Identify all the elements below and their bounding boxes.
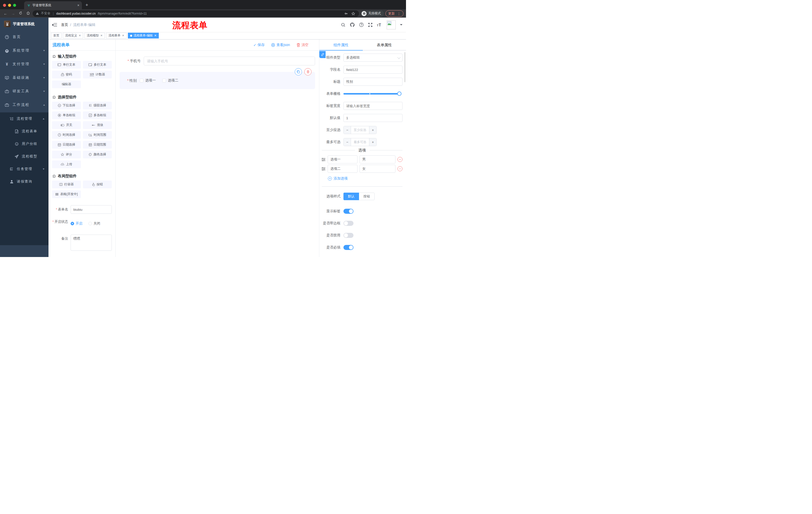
home-icon[interactable] bbox=[25, 11, 31, 16]
palette-item-row-container[interactable]: 行容器 bbox=[52, 181, 81, 188]
show-label-toggle[interactable] bbox=[343, 209, 353, 214]
tag-close-icon[interactable]: ✕ bbox=[79, 34, 81, 37]
palette-item-switch[interactable]: 开关 bbox=[52, 121, 81, 129]
new-tab-button[interactable]: + bbox=[85, 2, 88, 8]
max-select-value[interactable]: 最多可选 bbox=[351, 138, 369, 146]
view-json-button[interactable]: 查看json bbox=[271, 43, 290, 47]
status-off-radio[interactable]: 关闭 bbox=[88, 219, 100, 228]
plus-button[interactable]: + bbox=[369, 126, 376, 134]
github-icon[interactable] bbox=[350, 22, 355, 27]
drag-handle-icon[interactable] bbox=[321, 158, 326, 161]
remove-option-button[interactable]: − bbox=[398, 157, 403, 162]
remove-option-button[interactable]: − bbox=[398, 166, 403, 171]
palette-item-single-text[interactable]: 单行文本 bbox=[52, 61, 81, 69]
palette-item-date-picker[interactable]: 日期选择 bbox=[52, 141, 81, 148]
app-logo-row[interactable]: 🐰 芋道管理系统 bbox=[0, 18, 49, 30]
bookmark-star-icon[interactable] bbox=[351, 12, 355, 15]
palette-item-color-picker[interactable]: 颜色选择 bbox=[83, 151, 112, 158]
tag-process-form-edit[interactable]: 流程表单-编辑✕ bbox=[128, 33, 159, 38]
tag-process-form[interactable]: 流程表单✕ bbox=[106, 33, 126, 38]
form-name-input[interactable] bbox=[70, 205, 112, 214]
palette-item-multi-text[interactable]: 多行文本 bbox=[83, 61, 112, 69]
breadcrumb-home[interactable]: 首页 bbox=[61, 23, 68, 27]
default-value-input[interactable] bbox=[343, 114, 403, 122]
option-value-input[interactable] bbox=[359, 155, 396, 163]
style-button-button[interactable]: 按钮 bbox=[359, 193, 375, 200]
tab-close-icon[interactable]: × bbox=[77, 3, 79, 7]
max-select-stepper[interactable]: − 最多可选 + bbox=[343, 138, 377, 146]
gender-option2-checkbox[interactable]: 选项二 bbox=[162, 78, 178, 83]
min-select-stepper[interactable]: − 至少应选 + bbox=[343, 126, 377, 134]
form-remark-textarea[interactable]: 嘿嘿 bbox=[70, 235, 112, 251]
tab-component-props[interactable]: 组件属性 bbox=[319, 39, 363, 51]
minus-button[interactable]: − bbox=[344, 138, 351, 146]
sidebar-item-devtools[interactable]: 研发工具 ▼ bbox=[0, 84, 49, 98]
sidebar-item-infra[interactable]: 基础设施 ▼ bbox=[0, 71, 49, 84]
palette-item-radio-group[interactable]: 单选框组 bbox=[52, 111, 81, 119]
avatar[interactable] bbox=[387, 20, 396, 29]
browser-update-button[interactable]: 更新 ⋮ bbox=[385, 10, 404, 17]
delete-component-button[interactable] bbox=[304, 68, 312, 76]
window-controls[interactable] bbox=[0, 4, 20, 9]
sidebar-item-payment[interactable]: ¥ 支付管理 ▼ bbox=[0, 57, 49, 71]
field-name-input[interactable] bbox=[343, 65, 403, 74]
reload-icon[interactable] bbox=[18, 11, 24, 16]
style-default-button[interactable]: 默认 bbox=[343, 193, 359, 200]
palette-item-cascader[interactable]: 级联选择 bbox=[83, 102, 112, 109]
address-bar[interactable]: 不安全 | dashboard.yudao.iocoder.cn /bpm/ma… bbox=[33, 10, 359, 17]
plus-button[interactable]: + bbox=[369, 138, 376, 146]
back-icon[interactable]: ← bbox=[2, 11, 8, 16]
sidebar-item-workflow[interactable]: 工作流程 ▲ bbox=[0, 98, 49, 112]
sidebar-item-process-model[interactable]: 流程模型 bbox=[0, 150, 49, 163]
option-label-input[interactable] bbox=[328, 165, 357, 173]
hamburger-fold-icon[interactable] bbox=[52, 23, 57, 27]
password-key-icon[interactable] bbox=[344, 12, 348, 15]
form-grid-slider[interactable] bbox=[343, 93, 401, 94]
sidebar-item-leave-query[interactable]: 请假查询 bbox=[0, 175, 49, 188]
minus-button[interactable]: − bbox=[344, 126, 351, 134]
palette-item-checkbox-group[interactable]: 多选框组 bbox=[83, 111, 112, 119]
palette-item-time-range[interactable]: 时间范围 bbox=[83, 131, 112, 139]
close-window-button[interactable] bbox=[3, 4, 6, 7]
palette-item-password[interactable]: 密码 bbox=[52, 71, 81, 78]
palette-item-date-range[interactable]: 日期范围 bbox=[83, 141, 112, 148]
maximize-window-button[interactable] bbox=[13, 4, 16, 7]
slider-handle[interactable] bbox=[397, 91, 402, 96]
palette-item-rate[interactable]: 评分 bbox=[52, 151, 81, 158]
browser-menu-icon[interactable]: ⋮ bbox=[397, 11, 401, 16]
tag-close-icon[interactable]: ✕ bbox=[122, 34, 124, 37]
palette-item-counter[interactable]: 123 计数器 bbox=[83, 71, 112, 78]
font-size-icon[interactable]: TT bbox=[377, 23, 382, 27]
component-type-select[interactable]: 多选框组 bbox=[343, 54, 403, 62]
canvas-field-phone[interactable]: 手机号 bbox=[120, 57, 315, 65]
canvas-field-gender-selected[interactable]: 性别 选项一 选项二 bbox=[120, 72, 315, 89]
sidebar-item-process-form[interactable]: 流程表单 bbox=[0, 125, 49, 138]
option-label-input[interactable] bbox=[328, 155, 357, 163]
tag-process-model[interactable]: 流程模型✕ bbox=[84, 33, 105, 38]
status-on-radio[interactable]: 开启 bbox=[70, 219, 82, 228]
save-button[interactable]: ✓ 保存 bbox=[254, 43, 265, 47]
disabled-toggle[interactable] bbox=[343, 233, 353, 238]
forward-icon[interactable]: → bbox=[10, 11, 16, 16]
palette-item-upload[interactable]: 上传 bbox=[52, 160, 81, 168]
clear-button[interactable]: 清空 bbox=[296, 43, 309, 47]
search-icon[interactable] bbox=[341, 23, 345, 27]
sidebar-item-system[interactable]: 系统管理 ▼ bbox=[0, 44, 49, 57]
scrollbar-thumb[interactable] bbox=[404, 52, 406, 82]
sidebar-item-task-manage[interactable]: 任务管理 ▼ bbox=[0, 163, 49, 175]
phone-input[interactable] bbox=[144, 57, 315, 65]
palette-item-select[interactable]: 下拉选择 bbox=[52, 102, 81, 109]
avatar-caret-icon[interactable] bbox=[400, 24, 403, 27]
tag-process-definition[interactable]: 流程定义✕ bbox=[63, 33, 83, 38]
title-input[interactable] bbox=[343, 78, 403, 86]
palette-item-time-picker[interactable]: 时间选择 bbox=[52, 131, 81, 139]
tab-form-props[interactable]: 表单属性 bbox=[363, 39, 406, 51]
required-toggle[interactable] bbox=[343, 245, 353, 250]
option-value-input[interactable] bbox=[359, 165, 396, 173]
field-link-tab[interactable] bbox=[319, 51, 326, 58]
palette-item-button[interactable]: 按钮 bbox=[83, 181, 112, 188]
palette-item-editor[interactable]: 编辑器 bbox=[52, 80, 81, 88]
palette-item-table[interactable]: 表格[开发中] bbox=[52, 190, 81, 198]
help-icon[interactable] bbox=[359, 22, 364, 27]
browser-tab[interactable]: 芋道管理系统 × bbox=[24, 1, 82, 9]
